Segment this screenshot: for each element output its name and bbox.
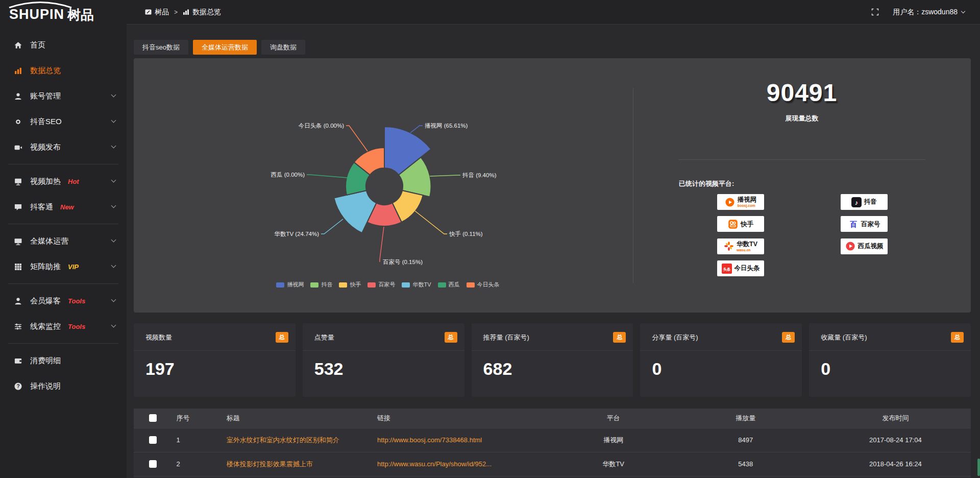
table-row-partial: [134, 476, 971, 478]
data-tabs: 抖音seo数据全媒体运营数据询盘数据: [134, 40, 305, 55]
pie-label: 华数TV (24.74%): [274, 231, 319, 237]
sidebar-item-label: 抖音SEO: [30, 117, 62, 127]
stat-card-title: 推荐量 (百家号): [483, 333, 529, 342]
platform-cell: 华数TV: [556, 452, 671, 476]
platform-cell: 播视网: [556, 428, 671, 452]
chevron-down-icon: [961, 9, 965, 13]
sidebar-item-7[interactable]: 全媒体运营: [0, 228, 127, 254]
pie-label-line: [415, 211, 447, 234]
sidebar-item-5[interactable]: 视频加热Hot: [0, 169, 127, 194]
wasu-icon: [724, 241, 734, 251]
platform-badge-百家号: 百百家号: [841, 216, 888, 232]
sidebar-item-label: 操作说明: [30, 381, 61, 391]
app-doc-icon: [145, 9, 152, 15]
sidebar-item-label: 数据总览: [30, 66, 61, 76]
brand-logo[interactable]: SHUPIN 树品: [0, 0, 127, 25]
sidebar-item-label: 首页: [30, 40, 45, 50]
legend-item-百家号[interactable]: 百家号: [368, 281, 395, 289]
tab-0[interactable]: 抖音seo数据: [134, 40, 188, 55]
stat-card-0: 视频数量总197: [134, 323, 296, 397]
video-title-link[interactable]: 楼体投影灯投影效果震撼上市: [223, 452, 373, 476]
legend-swatch: [467, 282, 475, 288]
sidebar-item-6[interactable]: 抖客通New: [0, 194, 127, 220]
legend-item-快手[interactable]: 快手: [339, 281, 361, 289]
total-badge[interactable]: 总: [782, 332, 795, 343]
platform-name: 西瓜视频: [858, 243, 884, 250]
pie-label-line: [430, 175, 460, 176]
breadcrumb: 树品 > 数据总览: [145, 8, 221, 17]
stat-card-title: 分享量 (百家号): [652, 333, 698, 342]
videos-table: 序号标题链接平台播放量发布时间 1室外水纹灯和室内水纹灯的区别和简介http:/…: [134, 409, 971, 478]
sidebar-divider: [8, 283, 118, 284]
tab-1[interactable]: 全媒体运营数据: [193, 40, 257, 55]
legend-item-西瓜[interactable]: 西瓜: [438, 281, 460, 289]
platform-name: 快手: [741, 221, 753, 228]
pie-label: 抖音 (9.40%): [462, 172, 497, 178]
total-badge[interactable]: 总: [445, 332, 457, 343]
sidebar-item-1[interactable]: 数据总览: [0, 58, 127, 83]
sidebar-item-label: 会员爆客: [30, 296, 61, 306]
sidebar-item-2[interactable]: 账号管理: [0, 83, 127, 109]
sidebar-item-tag: Hot: [68, 178, 79, 185]
total-badge[interactable]: 总: [276, 332, 288, 343]
rose-pie-chart[interactable]: 播视网 (65.61%)抖音 (9.40%)快手 (0.11%)百家号 (0.1…: [134, 58, 642, 313]
breadcrumb-current[interactable]: 数据总览: [192, 8, 221, 17]
topbar: 树品 > 数据总览 用户名：zswodun88: [127, 0, 980, 25]
tab-2[interactable]: 询盘数据: [261, 40, 305, 55]
scrollbar-thumb[interactable]: [977, 459, 980, 476]
legend-item-抖音[interactable]: 抖音: [310, 281, 332, 289]
platform-badge-快手: 快手: [717, 216, 764, 232]
sidebar-item-11[interactable]: 消费明细: [0, 348, 127, 373]
col-header-0: 序号: [172, 409, 222, 428]
sidebar-item-3[interactable]: 抖音SEO: [0, 109, 127, 134]
sidebar-item-4[interactable]: 视频发布: [0, 134, 127, 160]
topbar-right: 用户名：zswodun88: [871, 8, 965, 17]
pie-label-line: [410, 126, 423, 133]
total-badge[interactable]: 总: [613, 332, 626, 343]
stat-card-title: 收藏量 (百家号): [821, 333, 867, 342]
legend-label: 快手: [350, 281, 361, 289]
sidebar-item-12[interactable]: ?操作说明: [0, 373, 127, 399]
user-menu[interactable]: 用户名：zswodun88: [893, 8, 965, 17]
legend-label: 抖音: [321, 281, 332, 289]
video-url-link[interactable]: http://www.boosj.com/7338468.html: [373, 428, 556, 452]
video-title-link[interactable]: 室外水纹灯和室内水纹灯的区别和简介: [223, 428, 373, 452]
select-all-checkbox[interactable]: [149, 414, 157, 422]
video-url-link[interactable]: http://www.wasu.cn/Play/show/id/952...: [373, 452, 556, 476]
brand-name: SHUPIN: [9, 8, 64, 21]
sidebar-item-tag: New: [60, 203, 74, 211]
total-badge[interactable]: 总: [951, 332, 964, 343]
sidebar-item-8[interactable]: 矩阵助推VIP: [0, 254, 127, 279]
fullscreen-icon[interactable]: [871, 8, 879, 16]
video-icon: [14, 143, 22, 152]
sidebar-item-label: 线索监控: [30, 322, 61, 331]
brand-name-cn: 树品: [67, 8, 94, 21]
pie-label: 西瓜 (0.00%): [271, 172, 305, 178]
col-header-4: 播放量: [671, 409, 820, 428]
stat-card-1: 点赞量总532: [303, 323, 464, 397]
chart-panel: 播视网 (65.61%)抖音 (9.40%)快手 (0.11%)百家号 (0.1…: [134, 58, 971, 313]
sidebar-item-0[interactable]: 首页: [0, 32, 127, 58]
sidebar-divider: [8, 343, 118, 344]
chevron-down-icon: [111, 263, 116, 268]
chevron-down-icon: [111, 118, 116, 123]
breadcrumb-root[interactable]: 树品: [155, 8, 169, 17]
pie-label-line: [307, 175, 347, 178]
legend-item-今日头条[interactable]: 今日头条: [467, 281, 500, 289]
legend-item-播视网[interactable]: 播视网: [276, 281, 304, 289]
pie-slice-华数TV[interactable]: [334, 190, 376, 233]
username-label: 用户名：zswodun88: [893, 8, 958, 17]
chevron-down-icon: [111, 323, 116, 328]
row-checkbox[interactable]: [149, 436, 157, 444]
user-icon: [14, 92, 22, 101]
row-checkbox[interactable]: [149, 460, 157, 468]
sidebar-item-10[interactable]: 线索监控Tools: [0, 314, 127, 339]
svg-text:头条: 头条: [723, 267, 731, 271]
sidebar-item-9[interactable]: 会员爆客Tools: [0, 288, 127, 314]
pie-label: 今日头条 (0.00%): [299, 123, 345, 129]
svg-text:♪: ♪: [855, 199, 858, 206]
stat-card-4: 收藏量 (百家号)总0: [809, 323, 971, 397]
chart-legend: 播视网抖音快手百家号华数TV西瓜今日头条: [134, 281, 642, 289]
legend-swatch: [310, 282, 318, 288]
legend-item-华数TV[interactable]: 华数TV: [402, 281, 431, 289]
